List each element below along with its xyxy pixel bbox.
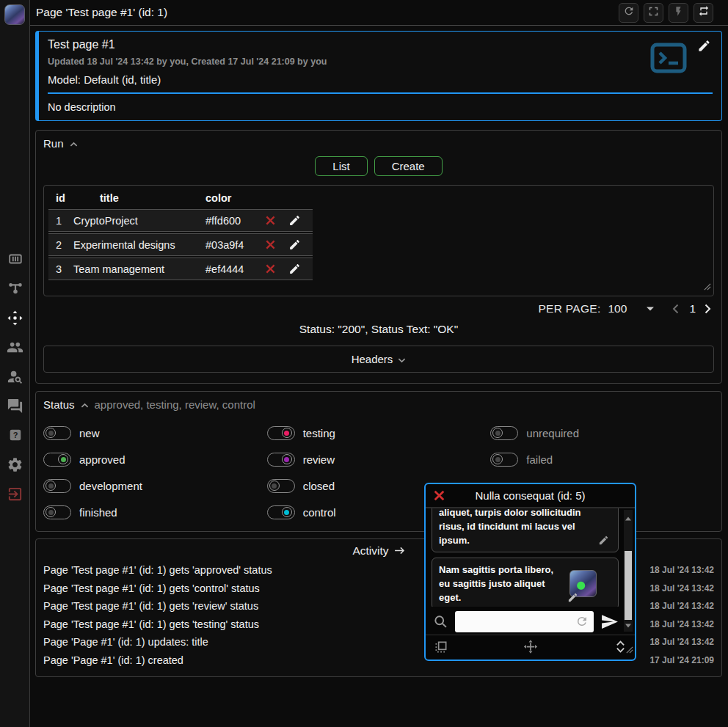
search-input[interactable]	[455, 611, 594, 632]
popup-body: aliquet, turpis dolor sollicitudin risus…	[426, 508, 635, 635]
table-row: 3 Team management #ef4444	[48, 257, 313, 280]
chevron-up-icon	[81, 398, 89, 411]
swap-icon	[698, 5, 710, 20]
refresh-icon	[623, 5, 635, 20]
scroll-down-icon[interactable]	[625, 618, 631, 631]
list-button[interactable]: List	[315, 156, 367, 176]
tree-icon	[7, 280, 23, 299]
card-title: Test page #1	[48, 38, 713, 51]
popup-scrollbar[interactable]	[624, 510, 633, 632]
delete-row-button[interactable]	[258, 263, 282, 274]
toggle-label: control	[303, 506, 336, 519]
unfold-icon[interactable]	[616, 640, 625, 653]
edit-comment-icon[interactable]	[567, 592, 578, 603]
comment-text: Nam sagittis porta libero, eu sagittis j…	[439, 563, 565, 604]
toggle-finished: finished	[43, 505, 267, 519]
edit-row-button[interactable]	[282, 263, 307, 275]
run-title: Run	[43, 137, 64, 150]
send-icon[interactable]	[600, 613, 619, 631]
table-row: 2 Experimental designs #03a9f4	[48, 233, 313, 256]
cell-color: #ffd600	[197, 215, 258, 227]
gear-icon	[7, 456, 23, 476]
sidebar-item-settings[interactable]	[7, 457, 24, 475]
status-summary: approved, testing, review, control	[95, 398, 255, 411]
move-icon	[7, 310, 23, 329]
scroll-up-icon[interactable]	[625, 511, 631, 524]
cell-title: Experimental designs	[73, 239, 197, 251]
swap-button[interactable]	[694, 3, 713, 23]
toggle-switch[interactable]	[490, 453, 518, 467]
popup-header: Nulla consequat (id: 5)	[426, 484, 635, 508]
sidebar-item-help[interactable]: ?	[7, 428, 24, 445]
sidebar-item-tree[interactable]	[7, 281, 24, 299]
delete-row-button[interactable]	[258, 239, 282, 250]
toggle-switch[interactable]	[43, 453, 71, 467]
popup-search-row	[426, 607, 635, 633]
arrow-right-icon	[394, 544, 405, 558]
search-icon[interactable]	[433, 614, 448, 629]
edit-row-button[interactable]	[282, 214, 307, 227]
column-header-title: title	[73, 192, 197, 204]
edit-page-icon[interactable]	[697, 39, 711, 56]
cell-color: #ef4444	[197, 263, 258, 275]
select-area-icon[interactable]	[434, 640, 448, 654]
chevron-up-icon	[70, 137, 78, 150]
per-page-value: 100	[608, 302, 627, 315]
toggle-label: review	[303, 453, 335, 466]
toggle-switch[interactable]	[267, 505, 295, 519]
toggle-switch[interactable]	[43, 505, 71, 519]
next-page-button[interactable]	[705, 304, 711, 314]
edit-comment-icon[interactable]	[598, 535, 609, 546]
page-title: Page 'Test page #1' (id: 1)	[36, 6, 619, 19]
activity-text: Page 'Page #1' (id: 1) created	[43, 654, 183, 666]
flash-button[interactable]	[669, 3, 688, 23]
toggle-switch[interactable]	[267, 426, 295, 440]
prev-page-button[interactable]	[672, 304, 679, 314]
activity-text: Page 'Test page #1' (id: 1) gets 'review…	[43, 600, 258, 612]
scrollbar-thumb[interactable]	[625, 551, 632, 620]
run-section: Run List Create id title color 1 CryptoP…	[35, 130, 722, 384]
popup-resize-handle[interactable]	[625, 643, 633, 657]
sidebar-item-columns[interactable]	[7, 252, 24, 269]
toggle-label: closed	[303, 480, 335, 492]
toggle-switch[interactable]	[490, 426, 518, 440]
status-section-header[interactable]: Status approved, testing, review, contro…	[43, 398, 714, 411]
per-page-dropdown[interactable]	[646, 306, 655, 312]
sidebar-item-people[interactable]	[7, 340, 24, 357]
table-resize-handle[interactable]	[703, 280, 711, 293]
sidebar-item-person-search[interactable]	[7, 369, 24, 387]
sidebar-item-move[interactable]	[7, 310, 24, 328]
chevron-down-icon	[398, 353, 406, 365]
toggle-label: approved	[79, 453, 125, 466]
create-button[interactable]: Create	[374, 156, 443, 176]
delete-row-button[interactable]	[258, 215, 282, 226]
refresh-input-icon[interactable]	[575, 615, 589, 631]
refresh-button[interactable]	[619, 3, 638, 23]
run-section-header[interactable]: Run	[43, 137, 714, 150]
toggle-switch[interactable]	[267, 479, 295, 493]
fullscreen-button[interactable]	[644, 3, 663, 23]
comment-card: Nam sagittis porta libero, eu sagittis j…	[432, 558, 619, 607]
titlebar: Page 'Test page #1' (id: 1)	[30, 0, 728, 26]
move-popup-icon[interactable]	[523, 639, 538, 654]
toggle-switch[interactable]	[43, 426, 71, 440]
column-header-color: color	[197, 192, 258, 204]
sidebar-item-logout[interactable]	[7, 486, 24, 504]
close-icon[interactable]	[433, 489, 445, 502]
current-page[interactable]: 1	[689, 302, 696, 315]
activity-text: Page 'Test page #1' (id: 1) gets 'contro…	[43, 582, 260, 594]
activity-time: 18 Jul '24 13:42	[649, 601, 714, 611]
activity-text: Page 'Test page #1' (id: 1) gets 'testin…	[43, 618, 259, 630]
sidebar-item-chat[interactable]	[7, 398, 24, 416]
page-info-card: Test page #1 Updated 18 Jul '24 13:42 by…	[35, 31, 722, 121]
terminal-icon	[649, 42, 688, 77]
toggle-approved: approved	[43, 453, 267, 467]
card-model: Model: Default (id, title)	[48, 73, 713, 86]
edit-row-button[interactable]	[282, 238, 307, 251]
people-icon	[7, 339, 23, 359]
popup-toolbar	[426, 635, 635, 658]
headers-toggle-button[interactable]: Headers	[43, 346, 714, 373]
toggle-switch[interactable]	[43, 479, 71, 493]
toggle-switch[interactable]	[267, 453, 295, 467]
toggle-label: new	[79, 427, 100, 439]
